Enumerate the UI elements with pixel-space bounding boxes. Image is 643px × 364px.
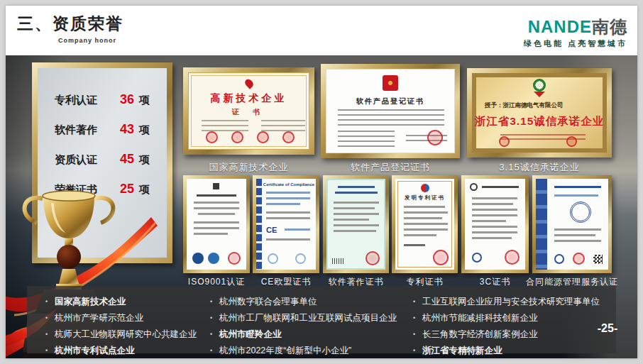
- stat-unit: 项: [139, 94, 150, 107]
- certificate-patent-inner: 发明专利证书: [395, 179, 454, 270]
- logo-latin: NANDE: [528, 17, 592, 36]
- ribbon-icon: [534, 92, 545, 97]
- verification-mark-icon: [268, 253, 278, 264]
- registrar-logo-icon: [213, 183, 219, 189]
- red-seal-icon: [566, 136, 577, 147]
- honor-item: 国家高新技术企业: [44, 294, 209, 310]
- stat-value: 36: [107, 92, 134, 107]
- stat-label: 软件著作: [55, 123, 107, 137]
- certificate-energy-management-inner: [536, 179, 608, 270]
- certificate-iso9001: [183, 175, 250, 273]
- certificate-3c: [461, 175, 529, 273]
- certificate-ce: Certificate of Compliance CE: [253, 175, 319, 273]
- red-seal-icon: [257, 131, 269, 143]
- text-lines-placeholder: [202, 120, 248, 133]
- page-number: -25-: [586, 322, 629, 335]
- red-seal-icon: [282, 131, 295, 143]
- honor-item: 杭州市2022年度“创新型中小企业”: [209, 343, 412, 358]
- red-seal-icon: [505, 250, 520, 265]
- certificate-patent: 发明专利证书: [392, 175, 458, 273]
- certificate-software-copyright: [323, 175, 389, 273]
- stat-label: 专利认证: [55, 94, 107, 107]
- text-lines-placeholder: [261, 120, 305, 133]
- certificate-title: Certificate of Compliance: [259, 182, 316, 187]
- red-seal-icon: [573, 253, 585, 265]
- qr-code-icon: [593, 255, 603, 264]
- certificate-software-product-inner: 软件产品登记证书: [326, 69, 455, 153]
- red-seal-icon: [427, 130, 443, 145]
- certificate-hitech-inner: 高新技术企业 证 书: [188, 72, 309, 150]
- side-band: [256, 179, 262, 270]
- stat-row-software: 软件著作 43 项: [55, 122, 167, 152]
- certification-emblem-icon: [570, 202, 591, 223]
- honor-item: 杭州市节能减排科技创新企业: [412, 310, 616, 326]
- stat-unit: 项: [139, 153, 150, 167]
- logo-cjk: 南德: [592, 17, 627, 36]
- certificate-title: 发明专利证书: [395, 194, 454, 202]
- honor-item: 杭州市工厂物联网和工业互联网试点项目企业: [209, 310, 412, 326]
- title-line-placeholder: [197, 194, 236, 197]
- company-logo: NANDE南德: [528, 16, 627, 38]
- certificate-iso9001-inner: [187, 179, 246, 270]
- blue-mark-icon: [554, 254, 564, 264]
- honors-column-2: 杭州数字联合会理事单位 杭州市工厂物联网和工业互联网试点项目企业 杭州市瞪羚企业…: [209, 294, 412, 353]
- certificate-ce-inner: Certificate of Compliance CE: [256, 179, 316, 270]
- torch-icon: [243, 77, 254, 89]
- certificate-315-inner: 授予：浙江南德电气有限公司 浙江省3.15诚信承诺企业: [472, 73, 607, 153]
- red-seal-icon: [231, 131, 243, 143]
- barcode-icon: [332, 258, 345, 264]
- red-seal-icon: [228, 252, 241, 265]
- certificate-energy-management: [532, 175, 612, 273]
- honor-item: 浙江省专精特新企业: [412, 343, 616, 358]
- iaf-mark-icon: [192, 253, 204, 264]
- national-emblem-icon: [383, 75, 398, 91]
- stat-unit: 项: [139, 123, 150, 137]
- award-to-line: 授予：浙江南德电气有限公司: [485, 101, 564, 110]
- ce-mark: CE: [266, 226, 277, 234]
- honors-column-3: 工业互联网企业应用与安全技术研究理事单位 杭州市节能减排科技创新企业 长三角数字…: [412, 294, 616, 353]
- stat-row-patents: 专利认证 36 项: [55, 92, 167, 122]
- certificate-caption: 3.15诚信承诺企业: [467, 161, 612, 174]
- stat-label: 资质认证: [55, 153, 107, 167]
- honor-item: 杭州市专利试点企业: [44, 343, 209, 358]
- stat-value: 43: [107, 122, 134, 137]
- signature-placeholder: [404, 244, 425, 246]
- company-tagline: 绿色电能 点亮智慧城市: [524, 38, 627, 49]
- logo-band: [536, 179, 547, 270]
- text-lines-placeholder: [338, 109, 444, 126]
- page-title: 三、资质荣誉: [17, 13, 123, 35]
- honors-panel: 国家高新技术企业 杭州市产学研示范企业 杭师大工业物联网研究中心共建企业 杭州市…: [27, 286, 616, 353]
- patent-office-logo-icon: [421, 184, 429, 192]
- honor-item: 杭州市瞪羚企业: [209, 326, 412, 343]
- certificate-software-product: 软件产品登记证书: [321, 64, 460, 158]
- honor-item: 杭州市产学研示范企业: [44, 310, 209, 326]
- slide-header: 三、资质荣誉 Company honor NANDE南德 绿色电能 点亮智慧城市: [6, 6, 637, 55]
- text-lines-placeholder: [338, 131, 395, 148]
- certificate-hitech: 高新技术企业 证 书: [183, 67, 314, 155]
- cqc-mark-icon: [472, 253, 482, 263]
- honor-item: 杭师大工业物联网研究中心共建企业: [44, 326, 209, 343]
- red-seal-icon: [433, 250, 449, 265]
- honor-item: 工业互联网企业应用与安全技术研究理事单位: [412, 294, 616, 310]
- certificate-caption: 软件产品登记证书: [321, 161, 460, 174]
- red-star-seal-icon: [366, 251, 380, 265]
- red-seal-icon: [499, 136, 510, 147]
- certificate-subtitle: 证 书: [189, 107, 309, 117]
- honor-item: 长三角数字经济创新案例企业: [412, 326, 616, 343]
- certificate-3c-inner: [465, 179, 525, 270]
- certificate-title: 高新技术企业: [189, 92, 309, 105]
- honor-item: 杭州数字联合会理事单位: [209, 294, 412, 310]
- certificate-title: 软件产品登记证书: [326, 96, 454, 106]
- certificate-software-copyright-inner: [326, 179, 385, 270]
- slide: 三、资质荣誉 Company honor NANDE南德 绿色电能 点亮智慧城市…: [6, 6, 637, 358]
- verification-mark-icon: [295, 253, 306, 264]
- association-badge-icon: [533, 79, 546, 92]
- cnas-mark-icon: [208, 253, 219, 264]
- certificate-315-integrity: 授予：浙江南德电气有限公司 浙江省3.15诚信承诺企业: [467, 68, 612, 158]
- ccc-logo-icon: [470, 183, 478, 191]
- honors-column-1: 国家高新技术企业 杭州市产学研示范企业 杭师大工业物联网研究中心共建企业 杭州市…: [44, 294, 209, 353]
- certificate-caption: 国家高新技术企业: [183, 161, 314, 174]
- red-seal-icon: [206, 131, 218, 143]
- stat-value: 45: [107, 152, 134, 167]
- certificate-title: 浙江省3.15诚信承诺企业: [472, 114, 607, 129]
